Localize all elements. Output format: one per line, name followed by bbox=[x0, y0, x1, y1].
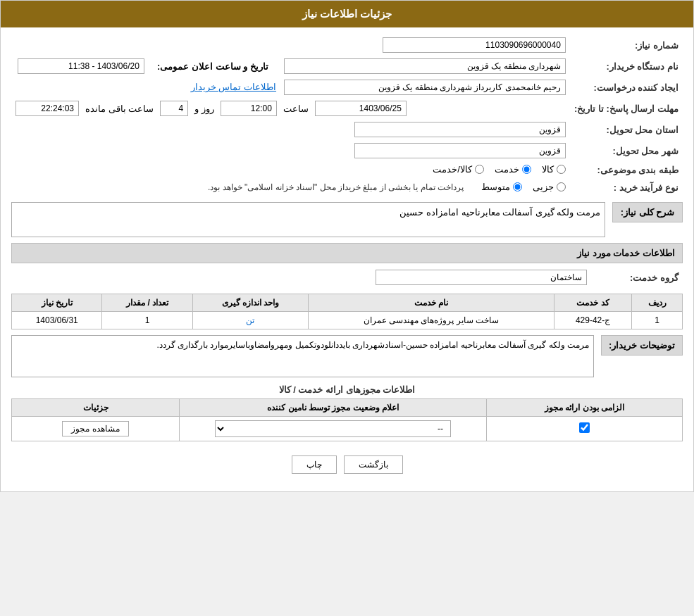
print-button[interactable]: چاپ bbox=[292, 455, 337, 474]
page-wrapper: جزئیات اطلاعات نیاز شماره نیاز: نام دستگ… bbox=[0, 0, 694, 492]
permit-details-cell: مشاهده مجوز bbox=[12, 417, 180, 441]
process-jozi[interactable]: جزیی bbox=[533, 182, 566, 192]
province-input[interactable] bbox=[354, 122, 566, 137]
service-group-table: گروه خدمت: bbox=[11, 267, 683, 288]
city-label: شهر محل تحویل: bbox=[570, 140, 683, 161]
announce-date-label-cell: تاریخ و ساعت اعلان عمومی: bbox=[149, 56, 275, 77]
cell-row: 1 bbox=[632, 312, 683, 329]
service-group-label: گروه خدمت: bbox=[591, 267, 683, 288]
category-kala-khedmat-radio[interactable] bbox=[475, 165, 484, 174]
cell-date: 1403/06/31 bbox=[12, 312, 102, 329]
buyer-notes-label: توضیحات خریدار: bbox=[601, 335, 683, 356]
reply-countdown-label: ساعت باقی مانده bbox=[85, 103, 154, 114]
category-kala-khedmat[interactable]: کالا/خدمت bbox=[433, 164, 484, 175]
buyer-org-cell bbox=[275, 56, 570, 77]
reply-deadline-cell: ساعت روز و ساعت باقی مانده bbox=[11, 98, 570, 119]
reply-time-input[interactable] bbox=[221, 101, 277, 116]
announce-date-input[interactable] bbox=[18, 58, 144, 74]
cell-code: ج-42-429 bbox=[554, 312, 632, 329]
process-note: پرداخت تمام یا بخشی از مبلغ خریداز محل "… bbox=[208, 182, 464, 192]
permits-section-title: اطلاعات مجوزهای ارائه خدمت / کالا bbox=[11, 384, 683, 395]
service-group-cell bbox=[11, 267, 591, 288]
buyer-notes-box: مرمت ولکه گیری آسفالت معابرناحیه امامزاد… bbox=[11, 335, 594, 377]
contact-link[interactable]: اطلاعات تماس خریدار bbox=[191, 82, 276, 92]
category-kala-radio[interactable] bbox=[557, 165, 566, 174]
col-unit: واحد اندازه گیری bbox=[192, 294, 308, 312]
buyer-org-input[interactable] bbox=[284, 58, 566, 74]
cell-name: ساخت سایر پروژه‌های مهندسی عمران bbox=[309, 312, 554, 329]
process-jozi-radio[interactable] bbox=[557, 182, 566, 191]
category-label: طبقه بندی موضوعی: bbox=[570, 161, 683, 179]
general-desc-box: مرمت ولکه گیری آسفالت معابرناحیه امامزاد… bbox=[11, 202, 605, 237]
col-row: ردیف bbox=[632, 294, 683, 312]
service-group-input[interactable] bbox=[376, 270, 587, 285]
need-number-cell bbox=[275, 34, 570, 56]
process-label: نوع فرآیند خرید : bbox=[570, 179, 683, 196]
permit-row: -- مشاهده مجوز bbox=[12, 417, 683, 441]
permit-status-select[interactable]: -- bbox=[215, 420, 451, 437]
permit-required-checkbox[interactable] bbox=[579, 422, 590, 433]
permit-col-details: جزئیات bbox=[12, 399, 180, 417]
category-khedmat[interactable]: خدمت bbox=[495, 164, 531, 175]
category-cell: کالا خدمت کالا/خدمت bbox=[11, 161, 570, 179]
province-label: استان محل تحویل: bbox=[570, 119, 683, 140]
buyer-notes-section: توضیحات خریدار: مرمت ولکه گیری آسفالت مع… bbox=[11, 335, 683, 377]
process-cell: جزیی متوسط پرداخت تمام یا بخشی از مبلغ خ… bbox=[11, 179, 570, 196]
creator-label: ایجاد کننده درخواست: bbox=[570, 77, 683, 98]
col-qty: تعداد / مقدار bbox=[102, 294, 192, 312]
col-date: تاریخ نیاز bbox=[12, 294, 102, 312]
general-desc-value: مرمت ولکه گیری آسفالت معابرناحیه امامزاد… bbox=[399, 207, 600, 218]
permit-col-status: اعلام وضعیت مجوز توسط نامین کننده bbox=[180, 399, 487, 417]
reply-deadline-label: مهلت ارسال پاسخ: تا تاریخ: bbox=[570, 98, 683, 119]
cell-qty: 1 bbox=[102, 312, 192, 329]
city-input[interactable] bbox=[354, 143, 566, 158]
info-table: شماره نیاز: نام دستگاه خریدار: تاریخ و س… bbox=[11, 34, 683, 196]
creator-cell: اطلاعات تماس خریدار bbox=[11, 77, 570, 98]
general-desc-label: شرح کلی نیاز: bbox=[612, 202, 683, 222]
back-button[interactable]: بازگشت bbox=[344, 455, 403, 474]
page-header: جزئیات اطلاعات نیاز bbox=[1, 1, 693, 27]
footer-buttons: بازگشت چاپ bbox=[11, 445, 683, 484]
reply-days-label: روز و bbox=[194, 103, 214, 114]
need-number-input[interactable] bbox=[383, 37, 566, 53]
announce-date-cell bbox=[11, 56, 149, 77]
reply-countdown-input[interactable] bbox=[16, 101, 79, 116]
view-permit-button[interactable]: مشاهده مجوز bbox=[62, 421, 128, 436]
cell-unit: تن bbox=[192, 312, 308, 329]
permit-required-cell bbox=[486, 417, 682, 441]
process-motavasset[interactable]: متوسط bbox=[481, 182, 522, 192]
announce-date-label: تاریخ و ساعت اعلان عمومی: bbox=[157, 61, 268, 72]
buyer-org-label: نام دستگاه خریدار: bbox=[570, 56, 683, 77]
need-number-label: شماره نیاز: bbox=[570, 34, 683, 56]
table-row: 1 ج-42-429 ساخت سایر پروژه‌های مهندسی عم… bbox=[12, 312, 683, 329]
province-cell bbox=[275, 119, 570, 140]
reply-time-label: ساعت bbox=[283, 103, 309, 114]
reply-date-input[interactable] bbox=[315, 101, 407, 116]
main-content: شماره نیاز: نام دستگاه خریدار: تاریخ و س… bbox=[1, 27, 693, 491]
category-khedmat-radio[interactable] bbox=[522, 165, 531, 174]
city-cell bbox=[275, 140, 570, 161]
buyer-notes-value: مرمت ولکه گیری آسفالت معابرناحیه امامزاد… bbox=[156, 340, 589, 350]
permit-col-required: الزامی بودن ارائه مجوز bbox=[486, 399, 682, 417]
permit-status-cell: -- bbox=[180, 417, 487, 441]
creator-input[interactable] bbox=[284, 80, 566, 95]
general-desc-section: شرح کلی نیاز: مرمت ولکه گیری آسفالت معاب… bbox=[11, 202, 683, 237]
category-kala[interactable]: کالا bbox=[542, 164, 566, 175]
page-title: جزئیات اطلاعات نیاز bbox=[302, 8, 392, 20]
services-section-title: اطلاعات خدمات مورد نیاز bbox=[11, 243, 683, 263]
permits-table: الزامی بودن ارائه مجوز اعلام وضعیت مجوز … bbox=[11, 398, 683, 441]
col-name: نام خدمت bbox=[309, 294, 554, 312]
services-grid: ردیف کد خدمت نام خدمت واحد اندازه گیری ت… bbox=[11, 294, 683, 329]
col-code: کد خدمت bbox=[554, 294, 632, 312]
reply-days-input[interactable] bbox=[160, 101, 188, 116]
process-motavasset-radio[interactable] bbox=[513, 182, 522, 191]
